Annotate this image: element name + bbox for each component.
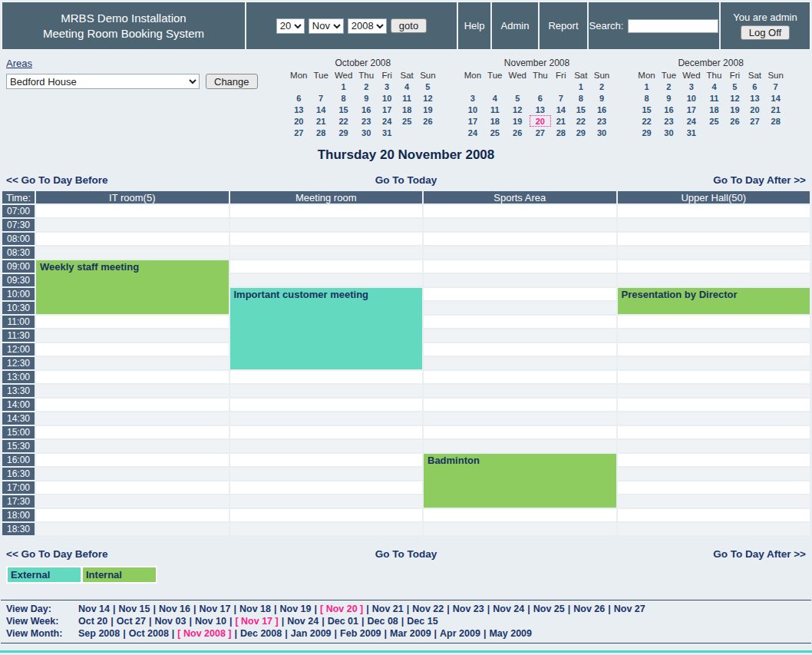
calendar-day[interactable]: 28 [310, 127, 331, 138]
admin-link[interactable]: Admin [492, 2, 538, 49]
go-day-before-link[interactable]: << Go To Day Before [6, 174, 108, 186]
calendar-day[interactable]: 19 [417, 104, 438, 115]
empty-slot[interactable] [230, 246, 423, 259]
empty-slot[interactable] [36, 495, 229, 508]
empty-slot[interactable] [424, 426, 616, 438]
view-link[interactable]: Oct 27 [117, 616, 146, 627]
time-label[interactable]: 15:30 [2, 440, 35, 452]
view-link[interactable]: Nov 24 [287, 616, 319, 627]
empty-slot[interactable] [618, 233, 810, 245]
empty-slot[interactable] [230, 481, 423, 494]
empty-slot[interactable] [36, 523, 229, 535]
view-link[interactable]: Nov 26 [573, 604, 605, 614]
room-column-header[interactable]: IT room(5) [36, 191, 229, 203]
empty-slot[interactable] [424, 412, 616, 425]
empty-slot[interactable] [36, 385, 229, 397]
view-link[interactable]: Dec 2008 [240, 628, 282, 639]
change-area-button[interactable]: Change [206, 74, 258, 89]
calendar-day[interactable]: 30 [355, 127, 377, 138]
view-link[interactable]: Feb 2009 [340, 628, 381, 639]
calendar-day[interactable]: 20 [530, 115, 551, 127]
empty-slot[interactable] [618, 454, 810, 466]
booking[interactable]: Badminton [424, 454, 616, 508]
calendar-day[interactable]: 14 [551, 104, 571, 115]
calendar-day[interactable]: 23 [659, 115, 679, 127]
calendar-day[interactable]: 4 [704, 81, 725, 92]
view-link[interactable]: Dec 15 [407, 616, 437, 627]
empty-slot[interactable] [424, 523, 616, 535]
empty-slot[interactable] [618, 426, 810, 438]
empty-slot[interactable] [230, 274, 423, 286]
calendar-day[interactable]: 12 [725, 92, 744, 104]
calendar-day[interactable]: 9 [659, 92, 679, 104]
report-link[interactable]: Report [540, 2, 587, 49]
calendar-day[interactable]: 17 [377, 104, 397, 115]
calendar-day[interactable]: 17 [461, 115, 484, 127]
calendar-day[interactable]: 6 [287, 92, 310, 104]
go-day-after-link[interactable]: Go To Day After >> [713, 174, 806, 186]
calendar-day[interactable]: 25 [484, 127, 505, 138]
empty-slot[interactable] [424, 343, 616, 356]
calendar-day[interactable]: 24 [679, 115, 703, 127]
time-label[interactable]: 08:30 [2, 246, 35, 259]
calendar-day[interactable]: 10 [461, 104, 484, 115]
empty-slot[interactable] [36, 399, 229, 411]
view-link[interactable]: Nov 23 [453, 604, 484, 614]
calendar-day[interactable]: 8 [635, 92, 658, 104]
calendar-day[interactable]: 6 [744, 81, 764, 92]
calendar-day[interactable]: 25 [704, 115, 725, 127]
view-link[interactable]: Nov 03 [154, 616, 186, 627]
calendar-day[interactable]: 9 [591, 92, 612, 104]
time-label[interactable]: 14:00 [2, 399, 35, 411]
calendar-day[interactable]: 2 [659, 81, 679, 92]
time-label[interactable]: 16:30 [2, 468, 35, 480]
time-label[interactable]: 09:00 [2, 260, 35, 273]
logoff-button[interactable]: Log Off [741, 25, 790, 40]
empty-slot[interactable] [36, 343, 229, 356]
time-label[interactable]: 10:00 [2, 288, 35, 300]
empty-slot[interactable] [424, 274, 616, 286]
empty-slot[interactable] [424, 233, 616, 245]
calendar-day[interactable]: 11 [484, 104, 505, 115]
calendar-day[interactable]: 31 [679, 127, 703, 138]
empty-slot[interactable] [618, 509, 810, 521]
empty-slot[interactable] [618, 260, 810, 273]
calendar-day[interactable]: 14 [310, 104, 331, 115]
help-link[interactable]: Help [458, 2, 490, 49]
time-label[interactable]: 18:00 [2, 509, 35, 521]
go-day-after-link[interactable]: Go To Day After >> [713, 548, 806, 560]
view-link[interactable]: May 2009 [489, 628, 532, 639]
empty-slot[interactable] [618, 246, 810, 259]
calendar-day[interactable]: 24 [377, 115, 397, 127]
calendar-day[interactable]: 24 [461, 127, 484, 138]
view-link[interactable]: Nov 27 [614, 604, 645, 614]
view-link[interactable]: Nov 22 [412, 604, 444, 614]
go-today-link[interactable]: Go To Today [375, 174, 437, 186]
calendar-day[interactable]: 26 [725, 115, 744, 127]
goto-button[interactable]: goto [391, 18, 427, 33]
empty-slot[interactable] [424, 302, 616, 314]
calendar-day[interactable]: 20 [744, 104, 764, 115]
calendar-day[interactable]: 7 [764, 81, 786, 92]
booking[interactable]: Presentation by Director [618, 288, 810, 314]
calendar-day[interactable]: 3 [679, 81, 703, 92]
time-label[interactable]: 17:00 [2, 481, 35, 494]
empty-slot[interactable] [230, 468, 423, 480]
empty-slot[interactable] [230, 454, 423, 466]
calendar-day[interactable]: 12 [506, 104, 530, 115]
view-link[interactable]: Nov 15 [119, 604, 150, 614]
day-select[interactable]: 20 [276, 18, 305, 34]
empty-slot[interactable] [36, 219, 229, 231]
empty-slot[interactable] [424, 246, 616, 259]
calendar-day[interactable]: 28 [764, 115, 786, 127]
empty-slot[interactable] [424, 316, 616, 328]
time-label[interactable]: 12:00 [2, 343, 35, 356]
empty-slot[interactable] [36, 205, 229, 217]
calendar-day[interactable]: 3 [461, 92, 484, 104]
empty-slot[interactable] [230, 219, 423, 231]
calendar-day[interactable]: 4 [397, 81, 417, 92]
areas-link[interactable]: Areas [6, 58, 32, 69]
calendar-day[interactable]: 20 [287, 115, 310, 127]
room-column-header[interactable]: Meeting room [230, 191, 423, 203]
empty-slot[interactable] [618, 357, 810, 369]
